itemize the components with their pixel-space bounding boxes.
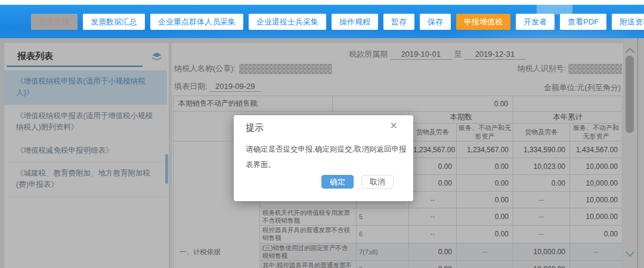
banner-wave-decoration: [537, 5, 572, 14]
developer-button[interactable]: 开发者: [516, 14, 555, 30]
save-button[interactable]: 保存: [420, 14, 451, 30]
invoice-summary-button[interactable]: 发票数据汇总: [83, 14, 145, 30]
key-group-collect-button[interactable]: 企业重点群体人员采集: [150, 14, 243, 30]
close-icon[interactable]: ✕: [390, 121, 398, 131]
confirm-button[interactable]: 确定: [321, 175, 354, 189]
app-window: 合并申报 发票数据汇总 企业重点群体人员采集 企业退役士兵采集 操作规程 暂存 …: [0, 0, 644, 268]
view-pdf-button[interactable]: 查看PDF: [560, 14, 606, 30]
attachment-button[interactable]: 附送资料: [612, 14, 644, 30]
temp-save-button[interactable]: 暂存: [383, 14, 414, 30]
merge-declare-button: 合并申报: [31, 14, 78, 30]
dialog-message: 请确定是否提交申报,确定则提交,取消则返回申报表界面。: [246, 141, 411, 172]
toolbar: 合并申报 发票数据汇总 企业重点群体人员采集 企业退役士兵采集 操作规程 暂存 …: [31, 14, 644, 30]
declare-vat-button[interactable]: 申报增值税: [456, 14, 510, 30]
top-banner: 合并申报 发票数据汇总 企业重点群体人员采集 企业退役士兵采集 操作规程 暂存 …: [0, 5, 644, 38]
procedure-button[interactable]: 操作规程: [332, 14, 378, 30]
cancel-button[interactable]: 取消: [361, 175, 394, 189]
confirm-submit-dialog: 提示 ✕ 请确定是否提交申报,确定则提交,取消则返回申报表界面。 确定 取消: [234, 115, 413, 201]
dialog-footer: 确定 取消: [321, 175, 394, 189]
veteran-collect-button[interactable]: 企业退役士兵采集: [249, 14, 326, 30]
dialog-title: 提示: [246, 122, 264, 134]
